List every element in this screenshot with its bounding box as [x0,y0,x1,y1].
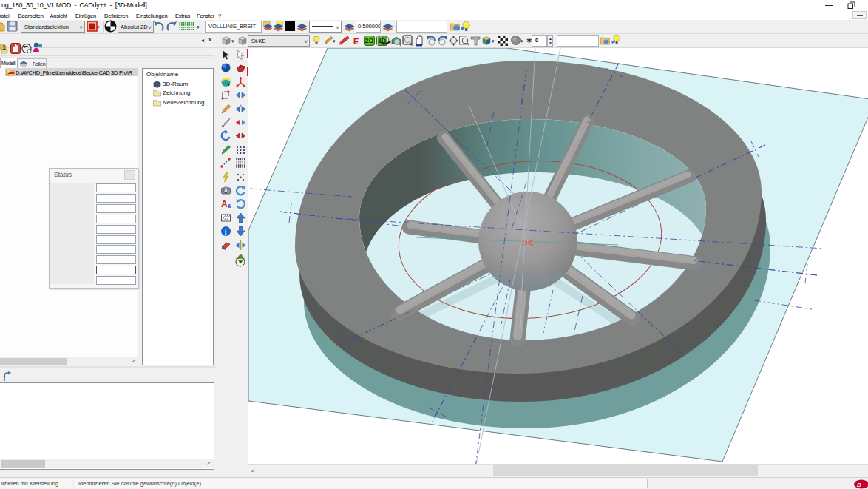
svg-text:1: 1 [2,44,6,51]
svg-text:D: D [857,482,861,488]
svg-text:i: i [225,228,227,236]
svg-text:A: A [221,199,228,209]
